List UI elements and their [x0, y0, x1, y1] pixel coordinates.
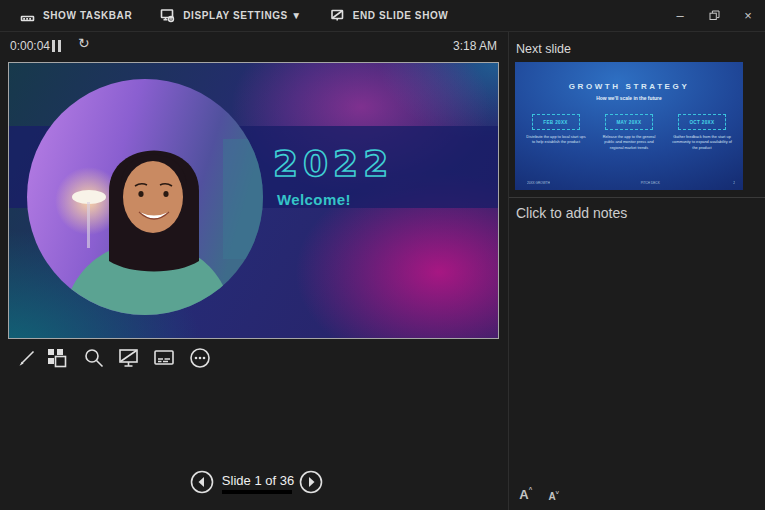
display-settings-label: DISPLAY SETTINGS ▼ [183, 10, 302, 21]
status-row: 0:00:04 ↻ 3:18 AM [0, 32, 508, 60]
milestone-description: Gather feedback from the start up commun… [672, 134, 733, 150]
pen-icon [15, 346, 39, 370]
previous-slide-button[interactable] [190, 470, 214, 494]
display-settings-icon [160, 8, 175, 23]
toggle-subtitles-button[interactable] [151, 344, 177, 372]
end-slide-show-label: END SLIDE SHOW [353, 10, 449, 21]
milestone-date-box: OCT 20XX [678, 114, 726, 130]
presenter-avatar [27, 79, 263, 315]
notes-divider [509, 197, 765, 198]
current-time: 3:18 AM [453, 39, 497, 53]
thumbnail-milestones: FEB 20XX Distribute the app to local sta… [515, 114, 743, 163]
presenter-camera-circle [27, 79, 263, 315]
end-slide-show-icon [330, 8, 345, 23]
zoom-slide-button[interactable] [81, 344, 107, 372]
current-slide-preview[interactable]: 2022 Welcome! [8, 62, 499, 339]
next-arrow-icon [299, 470, 323, 494]
show-taskbar-label: SHOW TASKBAR [43, 10, 132, 21]
notes-text-size-controls: A˄ A˅ [515, 487, 561, 502]
elapsed-timer: 0:00:04 [10, 39, 50, 53]
more-options-button[interactable] [187, 344, 213, 372]
milestone-item: FEB 20XX Distribute the app to local sta… [526, 114, 586, 163]
thumbnail-footer-page-number: 2 [733, 181, 735, 184]
milestone-date: FEB 20XX [544, 120, 568, 125]
milestone-date: OCT 20XX [689, 120, 714, 125]
slide-grid-icon [45, 346, 69, 370]
speaker-notes-area[interactable]: Click to add notes [516, 204, 756, 464]
slide-greeting-text: Welcome! [277, 191, 351, 208]
close-button[interactable]: × [731, 0, 765, 32]
black-screen-button[interactable] [116, 344, 142, 372]
pause-timer-icon[interactable] [52, 40, 66, 53]
thumbnail-title: GROWTH STRATEGY [515, 82, 743, 91]
presenter-view-window: SHOW TASKBAR DISPLAY SETTINGS ▼ END SLID… [0, 0, 765, 510]
show-taskbar-button[interactable]: SHOW TASKBAR [6, 0, 146, 32]
restore-button[interactable] [697, 0, 731, 32]
pen-tool-button[interactable] [14, 344, 40, 372]
next-slide-button[interactable] [299, 470, 323, 494]
thumbnail-footer-left: 20XX GROWTH [527, 181, 550, 184]
display-settings-button[interactable]: DISPLAY SETTINGS ▼ [146, 0, 316, 32]
increase-text-size-button[interactable]: A˄ [515, 487, 533, 502]
see-all-slides-button[interactable] [44, 344, 70, 372]
captions-icon [152, 346, 176, 370]
milestone-date: MAY 20XX [616, 120, 641, 125]
decrease-text-size-button[interactable]: A˅ [543, 491, 561, 502]
restart-timer-icon[interactable]: ↻ [78, 35, 90, 51]
milestone-item: OCT 20XX Gather feedback from the start … [672, 114, 732, 163]
slide-navigation: Slide 1 of 36 [0, 468, 508, 502]
window-controls: – × [663, 0, 765, 32]
milestone-item: MAY 20XX Release the app to the general … [599, 114, 659, 163]
milestone-description: Distribute the app to local start ups to… [526, 134, 587, 145]
milestone-date-box: MAY 20XX [605, 114, 653, 130]
minimize-button[interactable]: – [663, 0, 697, 32]
caret-down-icon: ˅ [556, 490, 560, 496]
next-slide-label: Next slide [516, 42, 571, 56]
blank-screen-icon [117, 346, 141, 370]
magnifier-icon [82, 346, 106, 370]
previous-arrow-icon [190, 470, 214, 494]
thumbnail-footer-center: PITCH DECK [641, 181, 660, 184]
notes-placeholder: Click to add notes [516, 205, 627, 221]
slide-year-text: 2022 [273, 143, 393, 184]
milestone-description: Release the app to the general public an… [599, 134, 660, 150]
top-toolbar: SHOW TASKBAR DISPLAY SETTINGS ▼ END SLID… [0, 0, 765, 32]
slide-tools-toolbar [0, 344, 500, 374]
next-slide-thumbnail[interactable]: GROWTH STRATEGY How we'll scale in the f… [515, 62, 743, 190]
ellipsis-icon [188, 346, 212, 370]
next-slide-panel: Next slide GROWTH STRATEGY How we'll sca… [508, 32, 765, 510]
thumbnail-subtitle: How we'll scale in the future [549, 96, 709, 101]
slide-progress-bar [222, 490, 292, 494]
milestone-date-box: FEB 20XX [532, 114, 580, 130]
caret-up-icon: ˄ [529, 486, 533, 492]
end-slide-show-button[interactable]: END SLIDE SHOW [316, 0, 463, 32]
taskbar-icon [20, 8, 35, 23]
slide-position-label: Slide 1 of 36 [221, 473, 295, 488]
